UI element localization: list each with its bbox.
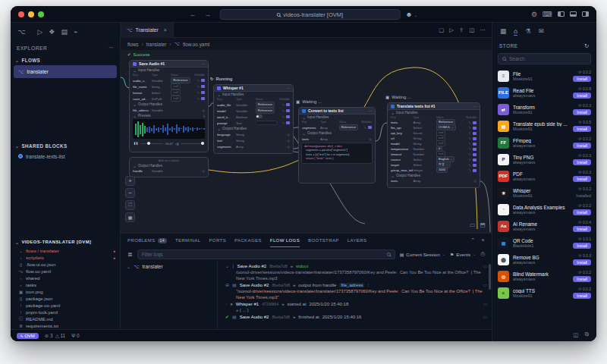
tree-item[interactable]: ! package.oo.yaml xyxy=(18,302,120,309)
refresh-icon[interactable]: ↻ xyxy=(584,42,590,49)
edit-icon[interactable]: ✎ xyxy=(469,147,471,151)
handle-row[interactable]: url String null ✎ xyxy=(388,136,480,141)
handle-row[interactable]: save_ad... DirPath null ✎ xyxy=(130,96,208,102)
flows-section-header[interactable]: ⌄ FLOWS xyxy=(11,55,120,65)
seek-slider[interactable] xyxy=(140,143,163,144)
handle-row[interactable]: file_adress Variable ◎ xyxy=(130,107,208,113)
panel-tab[interactable]: BOOTSTRAP xyxy=(308,234,339,247)
edit-icon[interactable]: ✎ xyxy=(469,152,471,156)
run-icon[interactable]: ▷ xyxy=(37,28,42,36)
edit-icon[interactable]: ✎ xyxy=(282,115,285,119)
volume-slider[interactable] xyxy=(181,143,204,144)
handle-row[interactable]: temperature Number 0 ✎ xyxy=(388,146,480,152)
tab-translater[interactable]: ⌥ Translater × xyxy=(121,23,174,38)
install-button[interactable]: Install xyxy=(573,126,591,132)
nullable-toggle[interactable] xyxy=(473,143,476,146)
node-translate-texts-list-1[interactable]: Translate texts list #1 ⋯ ⌄Input Handles… xyxy=(387,102,480,188)
node-convert-to-texts-list[interactable]: Convert to texts list ⋯ ⌄Input Handles K… xyxy=(298,107,376,184)
node-save-audio-1[interactable]: Save Audio #1 ⋯ ⌄Input Handles KeyTypeVa… xyxy=(129,60,209,152)
install-button[interactable]: Install xyxy=(573,76,591,82)
handle-row[interactable]: audio_file Variable Reference ✎ xyxy=(214,102,293,108)
handle-row[interactable]: texts Array Reference ✎ xyxy=(388,120,480,125)
nullable-toggle[interactable] xyxy=(473,132,476,135)
events-select[interactable]: ⚑Events⌄ xyxy=(450,252,476,257)
log-entry[interactable]: ◦ ● Whisper #1 47299f64 » started at 202… xyxy=(225,300,487,307)
install-button[interactable]: Install xyxy=(573,159,591,165)
node-more-icon[interactable]: ⋯ xyxy=(369,109,373,113)
handle-row[interactable]: handle Variable ◎ xyxy=(130,168,208,174)
logs-tree[interactable]: ⌄ ⌥ translater xyxy=(121,261,218,329)
nullable-toggle[interactable] xyxy=(201,97,205,100)
node-more-icon[interactable]: ⋯ xyxy=(202,62,206,66)
panel-close-icon[interactable]: × xyxy=(482,237,486,243)
frame-icon[interactable]: ▭ xyxy=(470,221,476,228)
panel-tab-flow-logs[interactable]: FLOW LOGS xyxy=(270,234,300,247)
logs-area[interactable]: ⌄ ⟩ Save Audio #2 8beba7d8 » stdout ▭ /o… xyxy=(218,261,492,329)
minimize-window-button[interactable] xyxy=(28,11,34,17)
assistant-icon[interactable]: ☻ ⌄ xyxy=(405,11,417,18)
panel-tab[interactable]: PACKAGES xyxy=(234,234,262,247)
tree-item[interactable]: ⌥ flow.oo.yaml xyxy=(18,268,120,275)
edit-icon[interactable]: ✎ xyxy=(469,163,471,167)
store-item[interactable]: ▤ Translate epub side by ... Moskize91 ⟳… xyxy=(492,118,596,134)
edit-icon[interactable]: ✎ xyxy=(197,91,200,95)
close-window-button[interactable] xyxy=(18,11,24,17)
nullable-toggle[interactable] xyxy=(201,91,205,94)
edit-icon[interactable]: ✎ xyxy=(282,103,285,107)
settings-gear-icon[interactable]: ⚙ xyxy=(531,11,537,18)
handle-row[interactable]: target Select 中文 ✎ xyxy=(388,162,480,168)
grid-button[interactable]: ▦ xyxy=(125,212,135,222)
edit-icon[interactable]: ✎ xyxy=(469,126,471,130)
files-icon[interactable]: ▤ xyxy=(61,28,68,36)
handle-row[interactable]: format Select null ✎ xyxy=(130,89,208,96)
tree-item[interactable]: ⌄ flows / translater ● xyxy=(18,247,120,254)
command-center[interactable]: videos-translater [OVM] xyxy=(219,9,400,20)
tree-item[interactable]: ! pnpm-lock.yaml xyxy=(18,309,120,315)
tree-item[interactable]: {} .flow.ui.oo.json xyxy=(18,261,120,268)
nullable-toggle[interactable] xyxy=(473,137,476,140)
store-item[interactable]: P Tiny PNG alwaysmavs ⟳ 0.0.3 Install xyxy=(492,151,596,168)
export-logs-icon[interactable]: ⎙ xyxy=(480,251,485,257)
node-whisper-1[interactable]: Whisper #1 ⋯ ⌄Input Handles KeyTypeValue… xyxy=(213,84,294,154)
install-button[interactable]: Install xyxy=(573,276,591,282)
edit-icon[interactable]: ✎ xyxy=(197,97,200,101)
edit-icon[interactable]: ✎ xyxy=(469,168,471,172)
panel-tab[interactable]: TERMINAL xyxy=(175,234,201,247)
install-button[interactable]: Install xyxy=(573,293,591,299)
store-item[interactable]: Aa AI Rename alwaysmavs ⟳ 0.0.4 Install xyxy=(492,218,596,234)
install-button[interactable]: Install xyxy=(573,226,591,232)
tree-item[interactable]: {} package.json xyxy=(18,295,120,302)
edit-icon[interactable]: ✎ xyxy=(364,126,366,130)
nullable-toggle[interactable] xyxy=(286,121,290,124)
store-item[interactable]: ◔ Data Analysis Examples alwaysmavs ⟳ 0.… xyxy=(492,201,596,218)
zoom-in-button[interactable]: + xyxy=(125,176,135,186)
install-button[interactable]: Install xyxy=(573,209,591,215)
filter-logs-input[interactable] xyxy=(137,249,395,259)
tree-item[interactable]: › scriptlets ● xyxy=(18,254,120,261)
node-output-mini[interactable]: Add description ⌄Output Handles handle V… xyxy=(129,157,209,177)
edit-icon[interactable]: ✎ xyxy=(282,121,285,125)
edit-icon[interactable]: ✎ xyxy=(469,131,471,135)
handle-row[interactable]: timeout Number null ✎ xyxy=(388,152,480,157)
edit-icon[interactable]: ✎ xyxy=(197,85,200,89)
toggle-right-panel-icon[interactable] xyxy=(582,11,589,17)
store-item[interactable]: c coqui TTS Moskize91 ⟳ 0.0.2 Install xyxy=(492,284,596,301)
log-entry[interactable]: ⌄ ⟩ Save Audio #2 8beba7d8 » stdout ▭ xyxy=(225,262,487,269)
ovm-badge[interactable]: ϟOVM xyxy=(17,333,39,339)
edit-icon[interactable]: ✎ xyxy=(469,121,471,124)
store-item[interactable]: FILE Read File alwaysmavs ⟳ 0.0.8 Instal… xyxy=(492,84,596,101)
edit-icon[interactable]: ✎ xyxy=(469,158,471,162)
nullable-toggle[interactable] xyxy=(473,153,476,156)
audio-player[interactable]: ❚❚ 00:47 ◁) xyxy=(130,140,208,147)
toggle-left-panel-icon[interactable] xyxy=(558,11,565,17)
nullable-toggle[interactable] xyxy=(473,148,476,151)
shared-blocks-header[interactable]: ⌄ SHARED BLOCKS xyxy=(11,140,120,151)
sidebar-item-translate-texts-list[interactable]: translate-texts-list xyxy=(11,151,120,162)
download-icon[interactable]: ⤓ xyxy=(203,114,205,118)
handle-row[interactable]: text String ◎ xyxy=(214,137,293,143)
log-entry[interactable]: ⊖ ▤ Save Audio #2 8beba7d8 » output from… xyxy=(225,281,487,288)
tree-item[interactable]: › shared xyxy=(18,275,120,281)
eye-icon[interactable]: ◎ xyxy=(202,169,205,173)
packages-icon[interactable]: ▦ xyxy=(500,27,506,35)
node-more-icon[interactable]: ⋯ xyxy=(473,105,477,108)
